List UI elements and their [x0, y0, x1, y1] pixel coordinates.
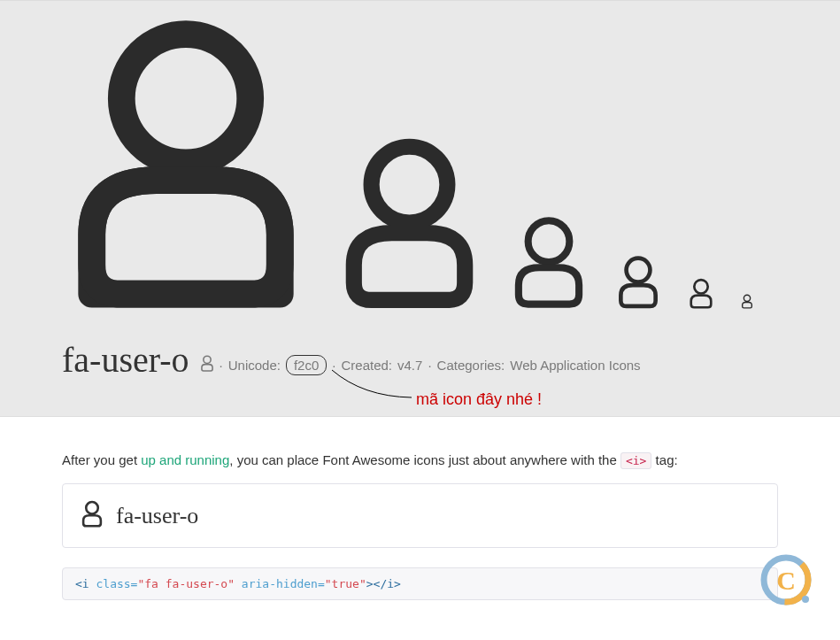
svg-point-2	[528, 220, 570, 262]
svg-point-7	[86, 502, 98, 514]
svg-point-6	[203, 356, 210, 363]
title-row: fa-user-o · Unicode: f2c0 · Created: v4.…	[62, 339, 778, 381]
up-and-running-link[interactable]: up and running	[141, 452, 229, 467]
categories-label: Categories:	[437, 358, 505, 373]
separator: ·	[332, 358, 335, 373]
code-snippet-block[interactable]: <i class="fa fa-user-o" aria-hidden="tru…	[62, 567, 778, 600]
categories-value: Web Application Icons	[510, 358, 640, 373]
unicode-value-highlight: f2c0	[286, 355, 327, 375]
icon-meta: · Unicode: f2c0 · Created: v4.7 · Catego…	[200, 355, 641, 375]
svg-point-0	[121, 35, 250, 163]
user-outline-icon	[200, 355, 214, 374]
created-value: v4.7	[397, 358, 422, 373]
user-outline-icon	[62, 17, 310, 312]
i-tag-code: <i>	[620, 452, 651, 469]
usage-description: After you get up and running, you can pl…	[62, 452, 778, 467]
annotation-text: mã icon đây nhé !	[416, 390, 542, 409]
svg-point-4	[694, 280, 707, 293]
example-label: fa-user-o	[116, 503, 198, 529]
svg-point-3	[627, 258, 651, 282]
usage-section: After you get up and running, you can pl…	[0, 417, 840, 618]
icon-size-row	[62, 17, 778, 312]
user-outline-icon	[688, 278, 714, 312]
user-outline-icon	[741, 294, 753, 312]
separator: ·	[220, 358, 223, 373]
user-outline-icon	[615, 255, 661, 312]
svg-point-5	[744, 295, 750, 301]
example-preview-box: fa-user-o	[62, 483, 778, 548]
created-label: Created:	[341, 358, 392, 373]
svg-point-1	[372, 147, 448, 223]
unicode-label: Unicode:	[228, 358, 281, 373]
separator: ·	[428, 358, 431, 373]
user-outline-icon	[509, 215, 589, 312]
icon-jumbotron: fa-user-o · Unicode: f2c0 · Created: v4.…	[0, 0, 840, 417]
icon-title: fa-user-o	[62, 339, 189, 381]
user-outline-icon	[336, 136, 482, 312]
user-outline-icon	[81, 500, 104, 531]
